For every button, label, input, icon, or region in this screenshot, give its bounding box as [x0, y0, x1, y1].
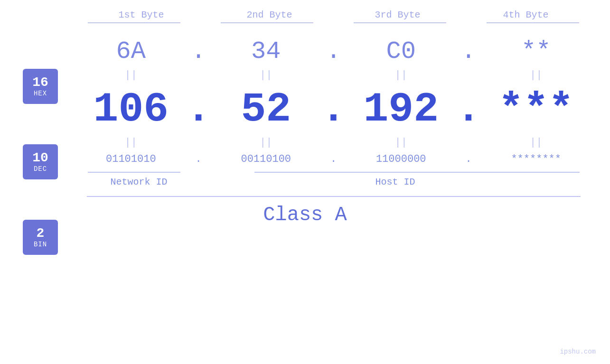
hex-byte-3: C0: [347, 37, 455, 65]
bin-value-4: ********: [511, 153, 561, 165]
eq1-2: ||: [212, 69, 320, 81]
dec-base-number: 10: [32, 151, 48, 166]
hex-dot-3-symbol: .: [461, 37, 476, 65]
eq2-1: ||: [77, 137, 185, 149]
col-header-2: 2nd Byte: [213, 9, 327, 20]
bin-value-2: 00110100: [241, 153, 291, 165]
hex-byte-2: 34: [212, 37, 320, 65]
bin-byte-2: 00110100: [212, 153, 320, 165]
dec-dot-3-symbol: .: [456, 86, 481, 133]
dec-dot-3: .: [455, 86, 482, 133]
bin-badge: 2 BIN: [23, 220, 58, 255]
bin-value-3: 11000000: [376, 153, 426, 165]
bin-value-1: 01101010: [106, 153, 156, 165]
bin-base-number: 2: [37, 226, 45, 241]
host-id-label: Host ID: [201, 177, 590, 187]
eq2-4: ||: [482, 137, 590, 149]
dec-dot-2-symbol: .: [321, 86, 346, 133]
col-header-4: 4th Byte: [469, 9, 583, 20]
hex-base-number: 16: [32, 75, 48, 90]
hex-dot-3: .: [455, 37, 482, 65]
hex-byte-1: 6A: [77, 37, 185, 65]
eq1-4: ||: [482, 69, 590, 81]
full-bottom-bracket: [87, 196, 581, 197]
eq2-2: ||: [212, 137, 320, 149]
bin-dot-3: .: [455, 153, 482, 165]
dec-value-3: 192: [364, 86, 439, 133]
dec-value-4: ***: [498, 86, 573, 133]
hex-dot-2: .: [320, 37, 347, 65]
eq2-3: ||: [347, 137, 455, 149]
segment-labels-row: Network ID Host ID: [77, 177, 590, 187]
hex-dot-1-symbol: .: [191, 37, 206, 65]
eq1-3: ||: [347, 69, 455, 81]
hex-dot-2-symbol: .: [326, 37, 341, 65]
bin-dot-1-symbol: .: [195, 153, 201, 165]
dec-value-2: 52: [241, 86, 291, 133]
top-bracket-3: [354, 22, 446, 23]
dec-base-label: DEC: [34, 165, 47, 173]
bin-dot-3-symbol: .: [465, 153, 471, 165]
top-bracket-2: [221, 22, 313, 23]
dec-row: 106 . 52 . 192 . ***: [77, 86, 590, 133]
main-container: 16 HEX 10 DEC 2 BIN 1st Byte 2nd Byte 3r…: [0, 0, 610, 364]
network-id-label: Network ID: [77, 177, 201, 187]
bin-dot-2-symbol: .: [330, 153, 337, 165]
column-headers: 1st Byte 2nd Byte 3rd Byte 4th Byte: [77, 9, 590, 20]
class-label: Class A: [0, 204, 610, 226]
bottom-bracket-host: [254, 172, 580, 173]
hex-badge: 16 HEX: [23, 69, 58, 104]
bottom-bracket-network: [88, 172, 180, 173]
bin-byte-1: 01101010: [77, 153, 185, 165]
dec-byte-3: 192: [347, 86, 455, 133]
dec-badge: 10 DEC: [23, 144, 58, 179]
equals-row-1: || || || ||: [77, 69, 590, 81]
hex-dot-1: .: [185, 37, 212, 65]
bin-base-label: BIN: [34, 241, 47, 248]
hex-value-3: C0: [386, 37, 416, 65]
watermark: ipshu.com: [560, 348, 596, 355]
hex-row: 6A . 34 . C0 . **: [77, 37, 590, 65]
bottom-bracket-row: [77, 172, 590, 173]
top-bracket-4: [487, 22, 579, 23]
bin-row: 01101010 . 00110100 . 11000000 . *******…: [77, 153, 590, 165]
dec-dot-2: .: [320, 86, 347, 133]
hex-value-4: **: [521, 37, 551, 65]
dec-byte-4: ***: [482, 86, 590, 133]
bin-dot-1: .: [185, 153, 212, 165]
bin-byte-4: ********: [482, 153, 590, 165]
bin-dot-2: .: [320, 153, 347, 165]
eq1-1: ||: [77, 69, 185, 81]
top-bracket-row: [77, 22, 590, 23]
base-badges-column: 16 HEX 10 DEC 2 BIN: [23, 69, 58, 255]
col-header-3: 3rd Byte: [341, 9, 455, 20]
equals-row-2: || || || ||: [77, 137, 590, 149]
col-header-1: 1st Byte: [84, 9, 198, 20]
bin-byte-3: 11000000: [347, 153, 455, 165]
dec-dot-1: .: [185, 86, 212, 133]
dec-byte-1: 106: [77, 86, 185, 133]
hex-value-2: 34: [251, 37, 281, 65]
top-bracket-1: [88, 22, 180, 23]
dec-value-1: 106: [94, 86, 169, 133]
dec-byte-2: 52: [212, 86, 320, 133]
hex-value-1: 6A: [116, 37, 146, 65]
hex-base-label: HEX: [34, 90, 47, 97]
hex-byte-4: **: [482, 37, 590, 65]
dec-dot-1-symbol: .: [186, 86, 211, 133]
